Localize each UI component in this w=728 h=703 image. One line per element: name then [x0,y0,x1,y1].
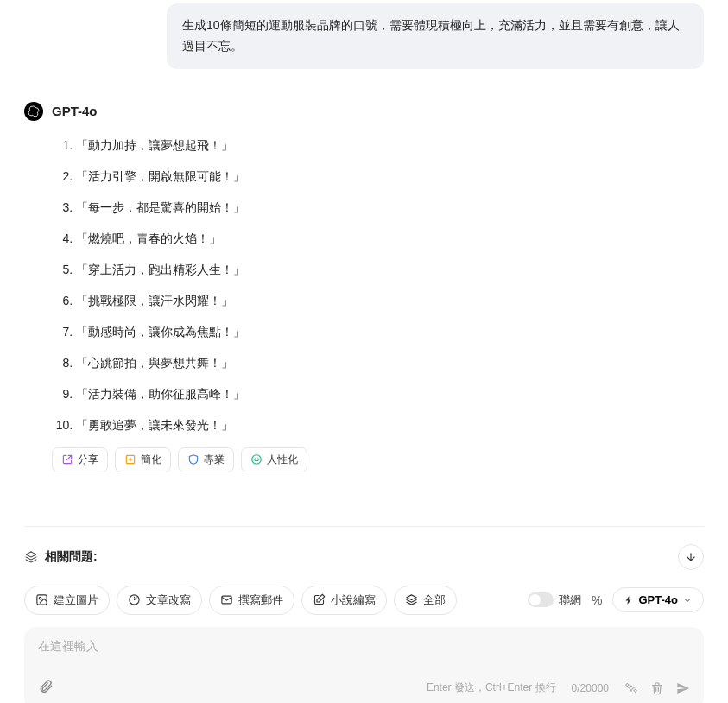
model-select-button[interactable]: GPT-4o [612,587,704,612]
char-counter: 0/20000 [572,682,609,694]
edit-icon [313,593,326,606]
response-header: GPT-4o [24,102,704,121]
all-label: 全部 [423,592,446,608]
image-icon [35,593,48,606]
footer-icons [624,681,690,695]
email-button[interactable]: 撰寫郵件 [209,586,294,615]
professional-label: 專業 [204,453,225,467]
chevron-down-icon [682,595,693,605]
attach-button[interactable] [38,679,54,698]
send-icon[interactable] [676,681,690,695]
stack-icon [24,550,38,564]
list-item: 「動感時尚，讓你成為焦點！」 [76,323,704,341]
svg-point-1 [252,455,262,465]
list-item: 「活力裝備，助你征服高峰！」 [76,385,704,403]
response-section: GPT-4o 「動力加持，讓夢想起飛！」 「活力引擎，開啟無限可能！」 「每一步… [24,102,704,472]
share-icon [61,453,73,466]
model-select-label: GPT-4o [638,593,678,606]
humanize-label: 人性化 [267,453,298,467]
input-footer: Enter 發送，Ctrl+Enter 換行 0/20000 [38,679,690,698]
magic-icon[interactable] [624,681,638,695]
network-label: 聯網 [559,592,581,608]
list-item: 「活力引擎，開啟無限可能！」 [76,168,704,186]
mail-icon [220,593,233,606]
paperclip-icon [38,679,54,694]
humanize-icon [250,453,263,466]
related-section: 相關問題: [24,526,704,570]
trash-icon[interactable] [650,681,664,695]
svg-point-3 [39,597,41,599]
rewrite-button[interactable]: 文章改寫 [117,586,202,615]
user-message: 生成10條簡短的運動服裝品牌的口號，需要體現積極向上，充滿活力，並且需要有創意，… [167,3,704,69]
list-item: 「勇敢追夢，讓未來發光！」 [76,416,704,434]
input-hint: Enter 發送，Ctrl+Enter 換行 [427,681,556,695]
humanize-button[interactable]: 人性化 [241,447,307,472]
professional-button[interactable]: 專業 [178,447,234,472]
related-header: 相關問題: [24,549,98,565]
toggle-switch[interactable] [528,592,554,607]
gauge-icon [128,593,141,606]
list-item: 「動力加持，讓夢想起飛！」 [76,136,704,155]
email-label: 撰寫郵件 [238,592,283,608]
model-name: GPT-4o [52,104,98,118]
all-button[interactable]: 全部 [394,586,457,615]
scroll-down-button[interactable] [678,544,704,570]
input-placeholder: 在這裡輸入 [38,639,690,655]
arrow-down-icon [685,551,697,563]
input-area[interactable]: 在這裡輸入 Enter 發送，Ctrl+Enter 換行 0/20000 [24,627,704,703]
simplify-label: 簡化 [141,453,161,467]
related-title: 相關問題: [45,549,98,565]
model-avatar-icon [24,102,43,121]
fiction-label: 小說編寫 [331,592,376,608]
list-item: 「挑戰極限，讓汗水閃耀！」 [76,292,704,310]
network-toggle[interactable]: 聯網 [528,592,581,608]
create-image-label: 建立圖片 [54,592,98,608]
list-item: 「心跳節拍，與夢想共舞！」 [76,354,704,372]
list-item: 「穿上活力，跑出精彩人生！」 [76,261,704,279]
slogan-list: 「動力加持，讓夢想起飛！」 「活力引擎，開啟無限可能！」 「每一步，都是驚喜的開… [59,136,704,434]
percent-icon[interactable]: % [592,593,602,607]
right-tools: 聯網 % GPT-4o [528,587,704,612]
shield-icon [187,453,199,466]
create-image-button[interactable]: 建立圖片 [24,586,110,615]
tool-pills: 建立圖片 文章改寫 撰寫郵件 小說編寫 全部 聯網 % GPT-4o [24,586,704,615]
layers-icon [405,593,418,606]
share-button[interactable]: 分享 [52,447,108,472]
share-label: 分享 [78,453,98,467]
simplify-icon [124,453,136,466]
bolt-icon [624,595,634,605]
list-item: 「每一步，都是驚喜的開始！」 [76,199,704,217]
input-footer-right: Enter 發送，Ctrl+Enter 換行 0/20000 [427,681,690,695]
fiction-button[interactable]: 小說編寫 [301,586,387,615]
simplify-button[interactable]: 簡化 [115,447,171,472]
action-buttons: 分享 簡化 專業 人性化 [52,447,704,472]
rewrite-label: 文章改寫 [146,592,191,608]
list-item: 「燃燒吧，青春的火焰！」 [76,230,704,248]
